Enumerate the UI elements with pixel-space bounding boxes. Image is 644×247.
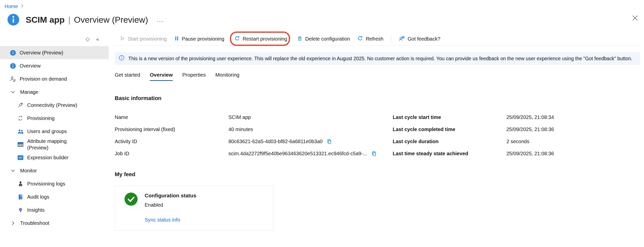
book-icon bbox=[17, 194, 24, 200]
copy-icon[interactable] bbox=[371, 151, 377, 157]
sidebar-item-label: Insights bbox=[27, 207, 45, 213]
delete-configuration-button[interactable]: Delete configuration bbox=[297, 36, 350, 42]
restart-icon bbox=[234, 36, 240, 42]
field-value: scim.4da2272f9f5e40be963463620e513321.ec… bbox=[228, 151, 367, 157]
basic-information-grid: Name SCIM app Provisioning interval (fix… bbox=[115, 111, 640, 160]
sidebar-item-overview-preview[interactable]: Overview (Preview) bbox=[0, 46, 109, 59]
sidebar-item-insights[interactable]: Insights bbox=[0, 203, 109, 217]
breadcrumb-home-link[interactable]: Home bbox=[5, 4, 18, 9]
field-label: Last cycle start time bbox=[393, 114, 506, 120]
field-last-cycle-duration: Last cycle duration 2 seconds bbox=[393, 135, 644, 147]
sidebar-item-label: Overview (Preview) bbox=[20, 49, 63, 56]
sidebar-item-label: Overview bbox=[20, 63, 41, 69]
refresh-icon bbox=[357, 36, 363, 42]
tab-monitoring[interactable]: Monitoring bbox=[215, 72, 239, 81]
app-info-icon bbox=[7, 13, 20, 26]
sync-status-info-link[interactable]: Sync status info bbox=[145, 217, 180, 223]
configuration-status-card: Configuration status Enabled Sync status… bbox=[115, 186, 273, 231]
field-label: Name bbox=[115, 114, 228, 120]
basic-info-left-column: Name SCIM app Provisioning interval (fix… bbox=[115, 111, 393, 160]
people-icon bbox=[17, 129, 24, 134]
restart-provisioning-button[interactable]: Restart provisioning bbox=[234, 36, 287, 42]
info-icon bbox=[10, 50, 16, 56]
card-body: Configuration status Enabled Sync status… bbox=[145, 193, 196, 230]
delete-configuration-label: Delete configuration bbox=[305, 36, 350, 42]
copy-icon[interactable] bbox=[327, 139, 332, 144]
got-feedback-button[interactable]: Got feedback? bbox=[399, 36, 440, 42]
table-icon bbox=[17, 142, 24, 147]
sidebar-item-label: Connectivity (Preview) bbox=[27, 102, 77, 108]
collapse-sidebar-icon[interactable]: « bbox=[96, 36, 99, 42]
field-label: Last time steady state achieved bbox=[393, 151, 506, 157]
tab-bar: Get started Overview Properties Monitori… bbox=[115, 72, 640, 81]
pause-provisioning-label: Pause provisioning bbox=[182, 36, 224, 42]
trash-icon bbox=[297, 36, 302, 42]
chevron-down-icon bbox=[10, 90, 16, 95]
sidebar-header: ◇ « bbox=[0, 33, 109, 46]
info-banner: This is a new version of the provisionin… bbox=[115, 52, 640, 65]
field-activity-id: Activity ID 80c63621-62a5-4d03-bf82-6a68… bbox=[115, 135, 393, 147]
page-title-text: Overview (Preview) bbox=[74, 15, 148, 25]
field-last-cycle-completed: Last cycle completed time 25/09/2025, 21… bbox=[393, 123, 644, 135]
sidebar-item-attribute-mapping[interactable]: Attribute mapping (Preview) bbox=[0, 138, 109, 151]
sidebar-item-expression-builder[interactable]: Expression builder bbox=[0, 151, 109, 164]
card-title: Configuration status bbox=[145, 193, 196, 199]
play-icon bbox=[120, 36, 125, 42]
person-sync-icon bbox=[10, 76, 16, 82]
sidebar-item-users-and-groups[interactable]: Users and groups bbox=[0, 125, 109, 138]
field-label: Job ID bbox=[115, 151, 228, 157]
sidebar-item-provisioning[interactable]: Provisioning bbox=[0, 112, 109, 125]
field-value: 2 seconds bbox=[506, 139, 529, 144]
feedback-icon bbox=[399, 36, 405, 42]
field-label: Last cycle completed time bbox=[393, 127, 506, 132]
basic-info-right-column: Last cycle start time 25/09/2025, 21:08:… bbox=[393, 111, 644, 160]
info-circle-icon bbox=[119, 55, 125, 62]
tab-properties[interactable]: Properties bbox=[182, 72, 206, 81]
field-value: 25/09/2025, 21:08:36 bbox=[506, 151, 554, 157]
sidebar-group-label: Manage bbox=[20, 89, 38, 95]
sidebar-group-manage[interactable]: Manage bbox=[0, 85, 109, 99]
field-provisioning-interval: Provisioning interval (fixed) 40 minutes bbox=[115, 123, 393, 135]
page-title: SCIM app | Overview (Preview) bbox=[26, 15, 148, 25]
field-value: 40 minutes bbox=[228, 127, 253, 132]
sidebar-item-label: Provisioning logs bbox=[27, 180, 65, 187]
field-value: 25/09/2025, 21:08:36 bbox=[506, 127, 554, 132]
title-separator: | bbox=[68, 15, 70, 25]
sidebar-item-label: Provisioning bbox=[27, 115, 55, 121]
tab-overview[interactable]: Overview bbox=[150, 72, 173, 81]
refresh-button[interactable]: Refresh bbox=[357, 36, 383, 42]
scim-app-overview-page: Home SCIM app | Overview (Preview) ... ◇ bbox=[0, 0, 644, 247]
field-value: 80c63621-62a5-4d03-bf82-6a6811e0b3a0 bbox=[228, 139, 323, 144]
breadcrumb: Home bbox=[0, 0, 644, 9]
sidebar-item-connectivity[interactable]: Connectivity (Preview) bbox=[0, 99, 109, 112]
field-label: Activity ID bbox=[115, 139, 228, 144]
lightbulb-icon bbox=[17, 207, 24, 213]
pause-provisioning-button[interactable]: Pause provisioning bbox=[174, 36, 224, 42]
app-name: SCIM app bbox=[26, 15, 65, 25]
sidebar-item-label: Provision on demand bbox=[20, 76, 67, 82]
sidebar-item-audit-logs[interactable]: Audit logs bbox=[0, 190, 109, 203]
sidebar-group-label: Troubleshoot bbox=[20, 220, 49, 226]
basic-information-heading: Basic information bbox=[115, 95, 640, 102]
sidebar-nav: Overview (Preview) Overview bbox=[0, 46, 109, 230]
sidebar-item-overview[interactable]: Overview bbox=[0, 59, 109, 72]
command-bar: Start provisioning Pause provisioning bbox=[115, 33, 640, 46]
more-actions-icon[interactable]: ... bbox=[156, 18, 164, 21]
sidebar: ◇ « Overview (Preview) Overview bbox=[0, 33, 109, 231]
dock-icon[interactable]: ◇ bbox=[86, 36, 90, 42]
close-icon[interactable] bbox=[632, 15, 638, 22]
sidebar-item-label: Attribute mapping (Preview) bbox=[27, 138, 81, 151]
success-check-icon bbox=[125, 193, 138, 230]
start-provisioning-button[interactable]: Start provisioning bbox=[120, 36, 167, 42]
field-label: Provisioning interval (fixed) bbox=[115, 127, 228, 132]
sidebar-group-label: Monitor bbox=[20, 167, 37, 174]
banner-text: This is a new version of the provisionin… bbox=[128, 56, 632, 61]
main-panel: Start provisioning Pause provisioning bbox=[109, 33, 644, 231]
sidebar-group-troubleshoot[interactable]: Troubleshoot bbox=[0, 217, 109, 230]
sidebar-item-provision-on-demand[interactable]: Provision on demand bbox=[0, 72, 109, 85]
sidebar-item-label: Expression builder bbox=[27, 154, 69, 161]
chevron-right-icon bbox=[10, 221, 16, 226]
sidebar-item-provisioning-logs[interactable]: Provisioning logs bbox=[0, 177, 109, 190]
tab-get-started[interactable]: Get started bbox=[115, 72, 140, 81]
sidebar-group-monitor[interactable]: Monitor bbox=[0, 164, 109, 177]
